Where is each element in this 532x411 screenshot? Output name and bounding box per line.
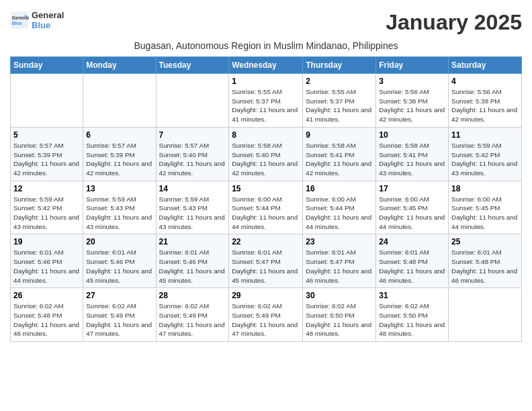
day-info: Sunrise: 5:59 AM Sunset: 5:42 PM Dayligh… <box>13 195 80 232</box>
day-cell: 16Sunrise: 6:00 AM Sunset: 5:44 PM Dayli… <box>303 181 376 234</box>
day-cell <box>11 74 83 128</box>
day-info: Sunrise: 6:00 AM Sunset: 5:45 PM Dayligh… <box>379 195 445 232</box>
day-cell: 23Sunrise: 6:01 AM Sunset: 5:47 PM Dayli… <box>303 234 376 288</box>
day-info: Sunrise: 5:59 AM Sunset: 5:43 PM Dayligh… <box>159 195 226 232</box>
week-row-3: 12Sunrise: 5:59 AM Sunset: 5:42 PM Dayli… <box>11 181 522 234</box>
day-cell: 30Sunrise: 6:02 AM Sunset: 5:50 PM Dayli… <box>303 288 376 342</box>
day-number: 28 <box>159 291 226 300</box>
day-cell: 29Sunrise: 6:02 AM Sunset: 5:49 PM Dayli… <box>229 288 303 342</box>
day-info: Sunrise: 5:58 AM Sunset: 5:41 PM Dayligh… <box>379 141 445 178</box>
day-info: Sunrise: 6:00 AM Sunset: 5:44 PM Dayligh… <box>232 195 300 232</box>
day-info: Sunrise: 6:02 AM Sunset: 5:50 PM Dayligh… <box>379 302 445 338</box>
day-cell: 25Sunrise: 6:01 AM Sunset: 5:48 PM Dayli… <box>449 234 522 288</box>
day-cell: 8Sunrise: 5:58 AM Sunset: 5:40 PM Daylig… <box>229 127 303 181</box>
day-number: 24 <box>379 237 445 246</box>
day-info: Sunrise: 5:58 AM Sunset: 5:40 PM Dayligh… <box>232 141 300 178</box>
day-number: 13 <box>86 184 152 193</box>
day-info: Sunrise: 6:01 AM Sunset: 5:46 PM Dayligh… <box>86 248 152 285</box>
day-cell: 5Sunrise: 5:57 AM Sunset: 5:39 PM Daylig… <box>11 127 83 181</box>
day-info: Sunrise: 6:01 AM Sunset: 5:46 PM Dayligh… <box>13 248 80 285</box>
day-info: Sunrise: 6:00 AM Sunset: 5:44 PM Dayligh… <box>306 195 373 232</box>
day-info: Sunrise: 6:01 AM Sunset: 5:48 PM Dayligh… <box>451 248 519 285</box>
day-cell: 4Sunrise: 5:56 AM Sunset: 5:38 PM Daylig… <box>449 74 522 128</box>
day-cell: 28Sunrise: 6:02 AM Sunset: 5:49 PM Dayli… <box>156 288 229 342</box>
day-cell: 11Sunrise: 5:59 AM Sunset: 5:42 PM Dayli… <box>449 127 522 181</box>
day-cell: 31Sunrise: 6:02 AM Sunset: 5:50 PM Dayli… <box>376 288 449 342</box>
logo-icon: General Blue <box>10 11 29 30</box>
day-number: 22 <box>232 237 300 246</box>
day-info: Sunrise: 5:59 AM Sunset: 5:42 PM Dayligh… <box>451 141 519 178</box>
calendar-table: SundayMondayTuesdayWednesdayThursdayFrid… <box>10 56 522 342</box>
day-number: 3 <box>379 77 445 86</box>
header-saturday: Saturday <box>449 57 522 74</box>
day-cell: 14Sunrise: 5:59 AM Sunset: 5:43 PM Dayli… <box>156 181 229 234</box>
day-number: 2 <box>306 77 373 86</box>
day-number: 9 <box>306 130 373 140</box>
day-info: Sunrise: 6:02 AM Sunset: 5:49 PM Dayligh… <box>232 302 300 338</box>
day-number: 1 <box>232 77 300 86</box>
day-info: Sunrise: 5:58 AM Sunset: 5:41 PM Dayligh… <box>306 141 373 178</box>
day-info: Sunrise: 6:01 AM Sunset: 5:47 PM Dayligh… <box>306 248 373 285</box>
day-number: 17 <box>379 184 445 193</box>
day-number: 7 <box>159 130 226 140</box>
day-number: 5 <box>13 130 80 140</box>
day-cell: 17Sunrise: 6:00 AM Sunset: 5:45 PM Dayli… <box>376 181 449 234</box>
day-number: 29 <box>232 291 300 300</box>
day-number: 6 <box>86 130 152 140</box>
day-cell: 20Sunrise: 6:01 AM Sunset: 5:46 PM Dayli… <box>83 234 156 288</box>
day-info: Sunrise: 5:56 AM Sunset: 5:38 PM Dayligh… <box>379 87 445 124</box>
day-cell: 27Sunrise: 6:02 AM Sunset: 5:49 PM Dayli… <box>83 288 156 342</box>
day-cell: 22Sunrise: 6:01 AM Sunset: 5:47 PM Dayli… <box>229 234 303 288</box>
day-number: 20 <box>86 237 152 246</box>
day-cell: 1Sunrise: 5:55 AM Sunset: 5:37 PM Daylig… <box>229 74 303 128</box>
day-info: Sunrise: 6:02 AM Sunset: 5:49 PM Dayligh… <box>159 302 226 338</box>
day-cell: 7Sunrise: 5:57 AM Sunset: 5:40 PM Daylig… <box>156 127 229 181</box>
day-info: Sunrise: 5:57 AM Sunset: 5:39 PM Dayligh… <box>86 141 152 178</box>
day-number: 4 <box>451 77 519 86</box>
day-number: 12 <box>13 184 80 193</box>
day-cell <box>156 74 229 128</box>
day-number: 23 <box>306 237 373 246</box>
day-cell: 19Sunrise: 6:01 AM Sunset: 5:46 PM Dayli… <box>11 234 83 288</box>
day-cell: 3Sunrise: 5:56 AM Sunset: 5:38 PM Daylig… <box>376 74 449 128</box>
logo-general: General <box>32 10 64 20</box>
header-sunday: Sunday <box>11 57 83 74</box>
day-number: 15 <box>232 184 300 193</box>
week-row-4: 19Sunrise: 6:01 AM Sunset: 5:46 PM Dayli… <box>11 234 522 288</box>
day-number: 27 <box>86 291 152 300</box>
week-row-1: 1Sunrise: 5:55 AM Sunset: 5:37 PM Daylig… <box>11 74 522 128</box>
day-info: Sunrise: 5:55 AM Sunset: 5:37 PM Dayligh… <box>306 87 373 124</box>
day-info: Sunrise: 5:57 AM Sunset: 5:39 PM Dayligh… <box>13 141 80 178</box>
day-info: Sunrise: 6:00 AM Sunset: 5:45 PM Dayligh… <box>451 195 519 232</box>
day-number: 10 <box>379 130 445 140</box>
day-number: 19 <box>13 237 80 246</box>
day-info: Sunrise: 5:55 AM Sunset: 5:37 PM Dayligh… <box>232 87 300 124</box>
day-number: 18 <box>451 184 519 193</box>
day-number: 21 <box>159 237 226 246</box>
day-number: 8 <box>232 130 300 140</box>
calendar-header-row: SundayMondayTuesdayWednesdayThursdayFrid… <box>11 57 522 74</box>
day-info: Sunrise: 6:02 AM Sunset: 5:49 PM Dayligh… <box>86 302 152 338</box>
day-number: 16 <box>306 184 373 193</box>
day-cell: 6Sunrise: 5:57 AM Sunset: 5:39 PM Daylig… <box>83 127 156 181</box>
day-info: Sunrise: 5:59 AM Sunset: 5:43 PM Dayligh… <box>86 195 152 232</box>
day-info: Sunrise: 6:01 AM Sunset: 5:48 PM Dayligh… <box>379 248 445 285</box>
day-info: Sunrise: 6:02 AM Sunset: 5:48 PM Dayligh… <box>13 302 80 338</box>
header-thursday: Thursday <box>303 57 376 74</box>
header-wednesday: Wednesday <box>229 57 303 74</box>
day-number: 25 <box>451 237 519 246</box>
week-row-2: 5Sunrise: 5:57 AM Sunset: 5:39 PM Daylig… <box>11 127 522 181</box>
day-cell: 12Sunrise: 5:59 AM Sunset: 5:42 PM Dayli… <box>11 181 83 234</box>
day-info: Sunrise: 5:57 AM Sunset: 5:40 PM Dayligh… <box>159 141 226 178</box>
day-cell: 15Sunrise: 6:00 AM Sunset: 5:44 PM Dayli… <box>229 181 303 234</box>
day-number: 30 <box>306 291 373 300</box>
day-number: 26 <box>13 291 80 300</box>
svg-text:Blue: Blue <box>12 21 22 26</box>
logo-blue: Blue <box>32 20 64 30</box>
header-tuesday: Tuesday <box>156 57 229 74</box>
day-info: Sunrise: 6:02 AM Sunset: 5:50 PM Dayligh… <box>306 302 373 338</box>
header-monday: Monday <box>83 57 156 74</box>
day-number: 31 <box>379 291 445 300</box>
svg-rect-0 <box>11 11 28 28</box>
month-title: January 2025 <box>386 10 522 35</box>
